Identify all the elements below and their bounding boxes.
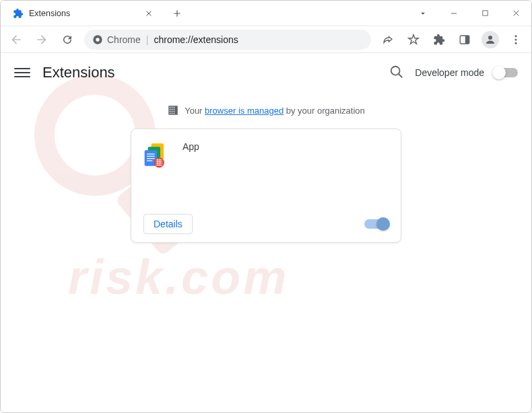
svg-rect-20 bbox=[156, 163, 162, 164]
tab-title: Extensions bbox=[29, 9, 143, 18]
managed-banner: Your browser is managed by your organiza… bbox=[1, 92, 531, 126]
chrome-chip: Chrome bbox=[92, 34, 141, 45]
window-controls bbox=[407, 1, 531, 26]
banner-pre: Your bbox=[185, 106, 205, 116]
profile-button[interactable] bbox=[479, 28, 502, 51]
svg-rect-13 bbox=[147, 153, 155, 154]
maximize-button[interactable] bbox=[469, 1, 500, 26]
svg-rect-23 bbox=[160, 159, 160, 166]
close-window-button[interactable] bbox=[500, 1, 531, 26]
page-title: Extensions bbox=[42, 64, 115, 81]
reload-button[interactable] bbox=[56, 28, 79, 51]
svg-point-17 bbox=[154, 157, 164, 167]
address-bar-row: Chrome | chrome://extensions bbox=[1, 26, 531, 53]
svg-rect-4 bbox=[465, 36, 469, 44]
banner-post: by your organization bbox=[284, 106, 365, 116]
back-button[interactable] bbox=[5, 28, 28, 51]
browser-managed-link[interactable]: browser is managed bbox=[205, 106, 284, 116]
search-extensions-button[interactable] bbox=[389, 65, 405, 81]
menu-button[interactable] bbox=[504, 28, 527, 51]
extension-name: App bbox=[182, 141, 199, 206]
developer-mode-toggle[interactable] bbox=[494, 68, 518, 77]
svg-point-8 bbox=[515, 42, 517, 44]
new-tab-button[interactable] bbox=[168, 4, 187, 23]
svg-rect-21 bbox=[156, 165, 162, 165]
minimize-button[interactable] bbox=[438, 1, 469, 26]
sidepanel-icon[interactable] bbox=[453, 28, 476, 51]
svg-rect-14 bbox=[147, 156, 155, 157]
svg-point-2 bbox=[96, 38, 99, 41]
svg-rect-0 bbox=[482, 11, 487, 15]
svg-rect-19 bbox=[156, 161, 162, 162]
developer-mode-label: Developer mode bbox=[415, 67, 484, 78]
svg-point-6 bbox=[515, 35, 517, 37]
omnibox[interactable]: Chrome | chrome://extensions bbox=[84, 30, 371, 50]
close-tab-icon[interactable] bbox=[143, 8, 154, 19]
extension-app-icon bbox=[143, 141, 170, 168]
extensions-header: Extensions Developer mode bbox=[1, 53, 531, 92]
svg-rect-18 bbox=[156, 160, 162, 161]
puzzle-icon bbox=[13, 8, 24, 19]
svg-rect-15 bbox=[147, 158, 155, 159]
share-icon[interactable] bbox=[376, 28, 399, 51]
svg-point-7 bbox=[515, 38, 517, 40]
chrome-icon bbox=[92, 34, 103, 45]
building-icon bbox=[167, 104, 179, 116]
extension-card: App Details bbox=[131, 128, 401, 243]
hamburger-menu[interactable] bbox=[14, 65, 30, 81]
chrome-chip-label: Chrome bbox=[107, 34, 141, 45]
svg-rect-16 bbox=[147, 160, 152, 161]
extensions-icon[interactable] bbox=[428, 28, 451, 51]
extension-enable-toggle[interactable] bbox=[364, 219, 389, 229]
bookmark-icon[interactable] bbox=[402, 28, 425, 51]
omnibox-divider: | bbox=[146, 34, 149, 45]
search-tabs-icon[interactable] bbox=[407, 1, 438, 26]
url-text: chrome://extensions bbox=[154, 34, 238, 45]
forward-button[interactable] bbox=[30, 28, 53, 51]
svg-point-5 bbox=[488, 36, 492, 40]
browser-tab[interactable]: Extensions bbox=[6, 1, 161, 26]
details-button[interactable]: Details bbox=[143, 214, 193, 234]
titlebar: Extensions bbox=[1, 1, 531, 26]
svg-point-9 bbox=[391, 67, 400, 75]
svg-rect-22 bbox=[158, 159, 158, 166]
avatar-icon bbox=[481, 31, 499, 48]
